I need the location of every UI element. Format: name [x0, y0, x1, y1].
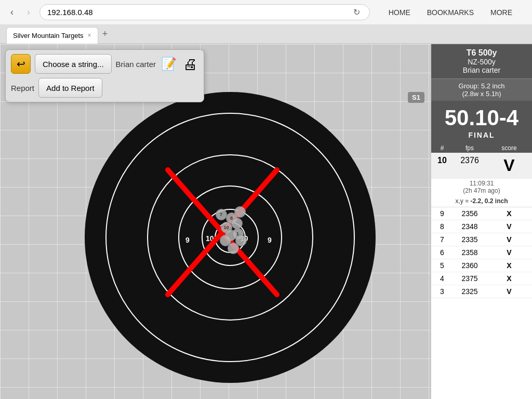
shot-score: V [489, 235, 529, 244]
shot-time-ago: (2h 47m ago) [431, 187, 532, 194]
printer-icon: 🖨 [183, 56, 197, 72]
col-score-header: score [489, 144, 529, 152]
back-button[interactable]: ‹ [6, 5, 18, 20]
group-detail: (2.8w x 5.1h) [434, 90, 529, 98]
url-input[interactable] [47, 8, 351, 17]
score-panel: T6 500y NZ-500y Brian carter Group: 5.2 … [431, 44, 532, 399]
score-name: Brian carter [434, 66, 529, 74]
shot-score: X [489, 209, 529, 218]
back-arrow-button[interactable]: ↩ [11, 54, 31, 74]
score-table-header: # fps score [431, 143, 532, 153]
highlighted-shot-fps: 2376 [450, 156, 489, 175]
shot-num: 9 [434, 209, 450, 218]
url-bar: ↻ [39, 4, 370, 20]
shot-list-row[interactable]: 8 2348 V [431, 220, 532, 233]
shot-list-row[interactable]: 7 2335 V [431, 233, 532, 246]
reload-button[interactable]: ↻ [351, 7, 362, 17]
highlighted-shot-row[interactable]: 10 2376 V [431, 153, 532, 179]
xy-value: -2.2, 0.2 inch [470, 197, 508, 205]
shot-score: V [489, 248, 529, 257]
col-fps-header: fps [450, 144, 489, 152]
highlighted-shot-score: V [489, 156, 529, 175]
target-area: ↩ Choose a string... Brian carter 📝 🖨 Re… [0, 44, 431, 399]
browser-nav-links: HOME BOOKMARKS MORE [375, 6, 526, 19]
shot-list-row[interactable]: 5 2360 X [431, 259, 532, 272]
shot-num: 8 [434, 222, 450, 231]
shot-1: 7 [216, 209, 227, 220]
highlighted-shot-num: 10 [434, 156, 450, 175]
tab-title: Silver Mountain Targets [13, 32, 84, 39]
tab-close-button[interactable]: × [88, 32, 91, 39]
shot-fps: 2335 [450, 235, 489, 244]
shot-fps: 2348 [450, 222, 489, 231]
forward-button[interactable]: › [23, 5, 34, 20]
shot-num: 5 [434, 261, 450, 270]
shot-num: 6 [434, 248, 450, 257]
s1-badge: S1 [408, 92, 424, 103]
score-title: T6 500y [434, 48, 529, 58]
shot-num: 7 [434, 235, 450, 244]
shot-10 [228, 243, 239, 254]
shot-list-row[interactable]: 3 2325 V [431, 285, 532, 298]
shot-score: V [489, 222, 529, 231]
browser-toolbar: ‹ › ↻ HOME BOOKMARKS MORE [0, 0, 532, 25]
score-number: 50.10-4 [434, 107, 529, 129]
shot-list-row[interactable]: 9 2356 X [431, 207, 532, 220]
toolbar-row-2: Report Add to Report [11, 78, 198, 98]
shot-score: X [489, 261, 529, 270]
score-final: FINAL [434, 129, 529, 141]
toolbar-overlay: ↩ Choose a string... Brian carter 📝 🖨 Re… [5, 49, 204, 102]
toolbar-row-1: ↩ Choose a string... Brian carter 📝 🖨 [11, 54, 198, 74]
pencil-icon: 📝 [161, 57, 177, 71]
shot-list-row[interactable]: 4 2375 X [431, 272, 532, 285]
time-info: 11:09:31 (2h 47m ago) [431, 179, 532, 195]
shot-fps: 2325 [450, 287, 489, 296]
shot-time: 11:09:31 [431, 180, 532, 187]
shot-num: 4 [434, 274, 450, 283]
shot-score: X [489, 274, 529, 283]
group-text: Group: 5.2 inch [434, 82, 529, 90]
shot-5 [231, 218, 243, 229]
pencil-button[interactable]: 📝 [160, 56, 178, 72]
tab-bar: Silver Mountain Targets × + [0, 25, 532, 44]
score-group: Group: 5.2 inch (2.8w x 5.1h) [431, 78, 532, 101]
active-tab[interactable]: Silver Mountain Targets × [6, 27, 98, 44]
home-link[interactable]: HOME [385, 6, 414, 19]
user-label: Brian carter [116, 60, 156, 69]
bookmarks-link[interactable]: BOOKMARKS [424, 6, 477, 19]
score-list: 9 2356 X 8 2348 V 7 2335 V 6 2358 V 5 23… [431, 207, 532, 399]
shot-score: V [489, 287, 529, 296]
new-tab-button[interactable]: + [98, 29, 112, 39]
shot-fps: 2356 [450, 209, 489, 218]
choose-string-button[interactable]: Choose a string... [35, 54, 112, 74]
col-num-header: # [434, 144, 450, 152]
target-container: 9 9 10 10 7 8 [85, 92, 376, 383]
shot-fps: 2375 [450, 274, 489, 283]
score-header: T6 500y NZ-500y Brian carter [431, 44, 532, 78]
add-to-report-button[interactable]: Add to Report [38, 78, 102, 98]
shot-fps: 2358 [450, 248, 489, 257]
shot-3 [234, 206, 246, 218]
shot-fps: 2360 [450, 261, 489, 270]
main-content: ↩ Choose a string... Brian carter 📝 🖨 Re… [0, 44, 532, 399]
report-label: Report [11, 84, 34, 92]
shot-num: 3 [434, 287, 450, 296]
shot-list-row[interactable]: 6 2358 V [431, 246, 532, 259]
xy-info: x,y = -2.2, 0.2 inch [431, 195, 532, 207]
back-arrow-icon: ↩ [17, 58, 25, 70]
score-subtitle: NZ-500y [434, 58, 529, 66]
more-link[interactable]: MORE [487, 6, 515, 19]
printer-button[interactable]: 🖨 [182, 55, 198, 74]
score-main: 50.10-4 FINAL [431, 101, 532, 143]
browser-chrome: ‹ › ↻ HOME BOOKMARKS MORE Silver Mountai… [0, 0, 532, 44]
